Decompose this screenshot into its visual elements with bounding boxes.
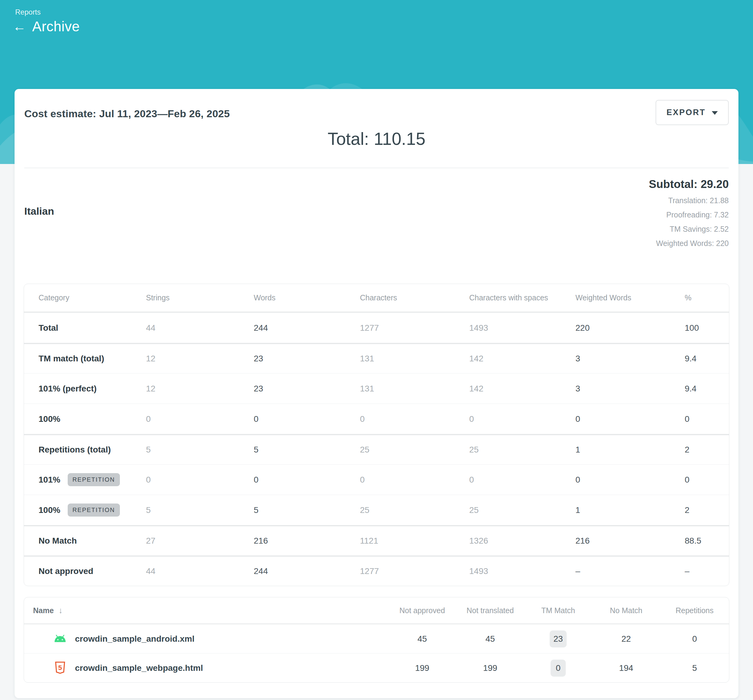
total-amount: Total: 110.15 [14,129,739,149]
characters-spaces-value: 0 [469,475,575,485]
characters-spaces-value: 1493 [469,566,575,576]
weighted-words-value: 0 [575,414,685,424]
characters-value: 1277 [360,323,469,333]
repetitions-value: 5 [660,663,729,673]
words-value: 23 [254,354,360,364]
characters-value: 25 [360,445,469,455]
language-name: Italian [24,205,54,217]
strings-value: 44 [146,323,254,333]
characters-spaces-value: 25 [469,505,575,515]
category-label: Total [39,323,58,333]
back-arrow-icon[interactable]: ← [13,20,26,33]
strings-value: 12 [146,384,254,394]
characters-value: 0 [360,475,469,485]
export-button[interactable]: EXPORT [656,100,729,125]
percent-value: 88.5 [685,536,729,546]
column-header-category: Category [24,293,146,302]
characters-value: 131 [360,384,469,394]
files-table: Name ↓ Not approved Not translated TM Ma… [24,597,729,683]
category-label: TM match (total) [39,354,104,364]
file-row-android-xml[interactable]: crowdin_sample_android.xml 45 45 23 22 0 [24,624,729,653]
weighted-words-value: 220 [575,323,685,333]
category-label: 101% (perfect) [39,384,97,394]
percent-value: 0 [685,475,729,485]
weighted-words-value: 216 [575,536,685,546]
breadcrumb[interactable]: Reports [15,8,41,16]
file-name-label[interactable]: crowdin_sample_android.xml [75,634,195,644]
not-translated-value: 45 [456,634,524,644]
tm-savings-detail: TM Savings: 2.52 [649,225,729,234]
column-header-tm-match: TM Match [524,606,592,615]
file-name-label[interactable]: crowdin_sample_webpage.html [75,663,203,673]
weighted-words-value: 1 [575,505,685,515]
subtotal-block: Subtotal: 29.20 Translation: 21.88 Proof… [649,178,729,248]
tm-match-badge: 0 [550,659,566,677]
percent-value: 9.4 [685,354,729,364]
table-row-100-repetition: 100% REPETITION 5 5 25 25 1 2 [24,495,729,525]
table-row-not-approved: Not approved 44 244 1277 1493 – – [24,555,729,586]
page-title: Archive [32,18,80,34]
category-table-header: Category Strings Words Characters Charac… [24,284,729,312]
strings-value: 0 [146,414,254,424]
table-row-tm-match: TM match (total) 12 23 131 142 3 9.4 [24,343,729,373]
column-header-name-sort[interactable]: Name ↓ [24,606,388,615]
characters-value: 0 [360,414,469,424]
characters-value: 131 [360,354,469,364]
files-table-header: Name ↓ Not approved Not translated TM Ma… [24,597,729,624]
report-title: Cost estimate: Jul 11, 2023—Feb 26, 2025 [24,108,230,120]
words-value: 0 [254,475,360,485]
not-approved-value: 45 [388,634,456,644]
characters-spaces-value: 0 [469,414,575,424]
strings-value: 0 [146,475,254,485]
chevron-down-icon [712,111,718,115]
column-header-percent: % [685,293,729,302]
table-row-100: 100% 0 0 0 0 0 0 [24,404,729,434]
characters-spaces-value: 25 [469,445,575,455]
words-value: 216 [254,536,360,546]
weighted-words-value: 3 [575,354,685,364]
strings-value: 12 [146,354,254,364]
android-icon [53,632,67,646]
column-header-not-translated: Not translated [456,606,524,615]
export-button-label: EXPORT [667,108,706,117]
file-row-webpage-html[interactable]: 5 crowdin_sample_webpage.html 199 199 0 … [24,653,729,682]
words-value: 23 [254,384,360,394]
column-header-strings: Strings [146,293,254,302]
category-label: No Match [39,536,77,546]
category-label: Not approved [39,566,93,576]
weighted-words-detail: Weighted Words: 220 [649,239,729,248]
percent-value: 100 [685,323,729,333]
not-translated-value: 199 [456,663,524,673]
category-label: 100% [39,505,61,515]
tm-match-badge: 23 [550,630,566,647]
report-card: Cost estimate: Jul 11, 2023—Feb 26, 2025… [14,89,739,698]
strings-value: 44 [146,566,254,576]
percent-value: – [685,566,729,576]
category-label: 101% [39,475,61,485]
column-header-no-match: No Match [592,606,660,615]
percent-value: 0 [685,414,729,424]
column-header-weighted-words: Weighted Words [575,293,685,302]
repetitions-value: 0 [660,634,729,644]
html5-icon: 5 [53,661,67,675]
characters-spaces-value: 142 [469,384,575,394]
percent-value: 9.4 [685,384,729,394]
characters-value: 25 [360,505,469,515]
not-approved-value: 199 [388,663,456,673]
name-header-label: Name [33,606,54,615]
weighted-words-value: 3 [575,384,685,394]
column-header-words: Words [254,293,360,302]
percent-value: 2 [685,505,729,515]
strings-value: 5 [146,445,254,455]
words-value: 0 [254,414,360,424]
svg-text:5: 5 [58,664,62,671]
characters-value: 1277 [360,566,469,576]
no-match-value: 194 [592,663,660,673]
words-value: 244 [254,323,360,333]
column-header-characters-spaces: Characters with spaces [469,293,575,302]
category-label: Repetitions (total) [39,445,111,455]
table-row-total: Total 44 244 1277 1493 220 100 [24,312,729,343]
table-row-no-match: No Match 27 216 1121 1326 216 88.5 [24,525,729,555]
table-row-101-repetition: 101% REPETITION 0 0 0 0 0 0 [24,464,729,495]
words-value: 5 [254,445,360,455]
